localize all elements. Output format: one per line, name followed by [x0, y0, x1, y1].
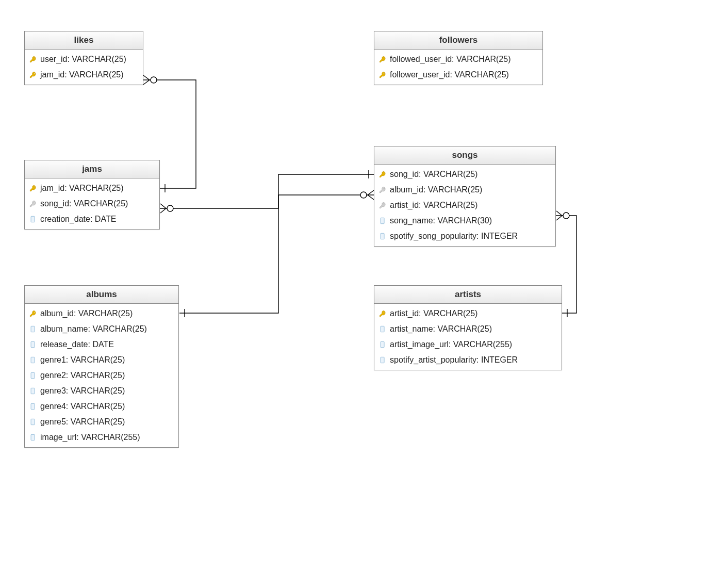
column-text: artist_id: VARCHAR(25) — [390, 309, 477, 318]
column-text: genre2: VARCHAR(25) — [40, 371, 125, 380]
entity-body: jam_id: VARCHAR(25) song_id: VARCHAR(25)… — [25, 178, 159, 229]
entity-albums[interactable]: albums album_id: VARCHAR(25) album_name:… — [24, 285, 179, 448]
column[interactable]: song_id: VARCHAR(25) — [25, 196, 159, 211]
column-text: album_name: VARCHAR(25) — [40, 324, 147, 334]
entity-songs[interactable]: songs song_id: VARCHAR(25) album_id: VAR… — [374, 146, 556, 247]
svg-rect-12 — [31, 434, 35, 440]
entity-header: likes — [25, 31, 143, 50]
svg-rect-9 — [31, 388, 35, 394]
svg-point-2 — [360, 192, 367, 198]
entity-header: followers — [374, 31, 542, 50]
svg-rect-11 — [31, 419, 35, 424]
column[interactable]: genre3: VARCHAR(25) — [25, 383, 178, 399]
column[interactable]: jam_id: VARCHAR(25) — [25, 181, 159, 196]
column[interactable]: song_id: VARCHAR(25) — [374, 167, 555, 182]
column-icon — [29, 418, 37, 426]
entity-body: album_id: VARCHAR(25) album_name: VARCHA… — [25, 304, 178, 447]
entity-jams[interactable]: jams jam_id: VARCHAR(25) song_id: VARCHA… — [24, 160, 160, 230]
column[interactable]: follower_user_id: VARCHAR(25) — [374, 67, 542, 83]
column-text: jam_id: VARCHAR(25) — [40, 70, 124, 79]
column-text: genre4: VARCHAR(25) — [40, 402, 125, 411]
column-text: artist_id: VARCHAR(25) — [390, 201, 477, 210]
column-text: song_id: VARCHAR(25) — [390, 170, 477, 179]
column-text: creation_date: DATE — [40, 215, 116, 224]
column-text: followed_user_id: VARCHAR(25) — [390, 55, 510, 64]
svg-rect-8 — [31, 372, 35, 378]
pk-key-icon — [378, 309, 387, 318]
column[interactable]: genre1: VARCHAR(25) — [25, 352, 178, 368]
column-text: image_url: VARCHAR(255) — [40, 433, 140, 442]
column[interactable]: artist_image_url: VARCHAR(255) — [374, 337, 562, 352]
column-icon — [378, 356, 387, 364]
column[interactable]: spotify_artist_popularity: INTEGER — [374, 352, 562, 368]
column[interactable]: user_id: VARCHAR(25) — [25, 52, 143, 67]
column-text: spotify_song_popularity: INTEGER — [390, 232, 518, 241]
column[interactable]: genre4: VARCHAR(25) — [25, 399, 178, 414]
column-text: follower_user_id: VARCHAR(25) — [390, 70, 509, 79]
svg-point-3 — [563, 213, 569, 219]
svg-rect-15 — [381, 326, 384, 332]
entity-header: artists — [374, 286, 562, 304]
column-icon — [29, 433, 37, 442]
column[interactable]: jam_id: VARCHAR(25) — [25, 67, 143, 83]
column[interactable]: album_id: VARCHAR(25) — [374, 182, 555, 198]
entity-artists[interactable]: artists artist_id: VARCHAR(25) artist_na… — [374, 285, 562, 370]
column[interactable]: album_name: VARCHAR(25) — [25, 321, 178, 337]
pk-key-icon — [29, 55, 37, 63]
column-icon — [29, 371, 37, 380]
column[interactable]: image_url: VARCHAR(255) — [25, 430, 178, 445]
pk-key-icon — [378, 170, 387, 178]
column[interactable]: artist_id: VARCHAR(25) — [374, 198, 555, 213]
column-text: jam_id: VARCHAR(25) — [40, 184, 124, 193]
column-text: album_id: VARCHAR(25) — [40, 309, 133, 318]
column[interactable]: album_id: VARCHAR(25) — [25, 306, 178, 321]
svg-rect-17 — [381, 357, 384, 363]
column[interactable]: release_date: DATE — [25, 337, 178, 352]
svg-rect-5 — [31, 326, 35, 332]
fk-key-icon — [378, 201, 387, 209]
column-icon — [378, 232, 387, 240]
pk-key-icon — [378, 55, 387, 63]
svg-rect-10 — [31, 403, 35, 409]
column-text: artist_image_url: VARCHAR(255) — [390, 340, 512, 349]
column[interactable]: creation_date: DATE — [25, 211, 159, 227]
entity-likes[interactable]: likes user_id: VARCHAR(25) jam_id: VARCH… — [24, 31, 143, 85]
column-text: album_id: VARCHAR(25) — [390, 185, 482, 194]
entity-header: songs — [374, 146, 555, 165]
entity-header: albums — [25, 286, 178, 304]
column-icon — [378, 217, 387, 225]
entity-followers[interactable]: followers followed_user_id: VARCHAR(25) … — [374, 31, 543, 85]
svg-point-1 — [167, 205, 173, 211]
column-text: artist_name: VARCHAR(25) — [390, 324, 492, 334]
column[interactable]: followed_user_id: VARCHAR(25) — [374, 52, 542, 67]
column-text: user_id: VARCHAR(25) — [40, 55, 126, 64]
column[interactable]: song_name: VARCHAR(30) — [374, 213, 555, 228]
pk-key-icon — [29, 184, 37, 192]
column[interactable]: spotify_song_popularity: INTEGER — [374, 228, 555, 244]
pk-key-icon — [29, 309, 37, 318]
column-text: genre3: VARCHAR(25) — [40, 386, 125, 396]
column[interactable]: genre5: VARCHAR(25) — [25, 414, 178, 430]
entity-header: jams — [25, 160, 159, 178]
column-text: song_id: VARCHAR(25) — [40, 199, 128, 208]
column-icon — [29, 325, 37, 333]
column-icon — [378, 340, 387, 349]
svg-rect-6 — [31, 341, 35, 347]
column[interactable]: genre2: VARCHAR(25) — [25, 368, 178, 383]
pk-key-icon — [378, 71, 387, 79]
column[interactable]: artist_name: VARCHAR(25) — [374, 321, 562, 337]
column-text: release_date: DATE — [40, 340, 114, 349]
svg-rect-16 — [381, 341, 384, 347]
svg-point-0 — [151, 77, 157, 83]
column-icon — [378, 325, 387, 333]
column-text: song_name: VARCHAR(30) — [390, 216, 492, 225]
erd-canvas: likes user_id: VARCHAR(25) jam_id: VARCH… — [0, 0, 725, 588]
column-icon — [29, 340, 37, 349]
fk-key-icon — [29, 200, 37, 208]
column-icon — [29, 356, 37, 364]
svg-rect-13 — [381, 218, 384, 223]
column-icon — [29, 387, 37, 395]
svg-rect-14 — [381, 233, 384, 239]
fk-key-icon — [378, 186, 387, 194]
column[interactable]: artist_id: VARCHAR(25) — [374, 306, 562, 321]
